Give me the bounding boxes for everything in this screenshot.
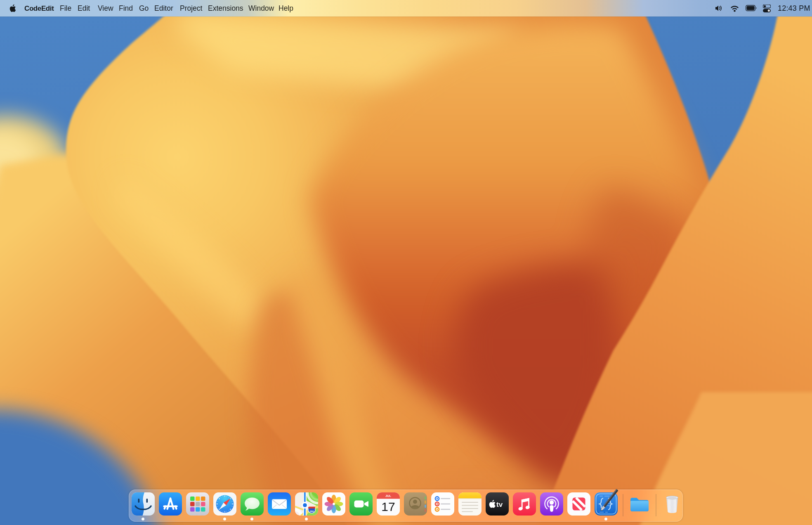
svg-text:17: 17 bbox=[381, 500, 395, 513]
svg-text:280: 280 bbox=[309, 510, 314, 513]
svg-text:tv: tv bbox=[496, 501, 503, 508]
svg-text:JUL: JUL bbox=[385, 494, 391, 498]
